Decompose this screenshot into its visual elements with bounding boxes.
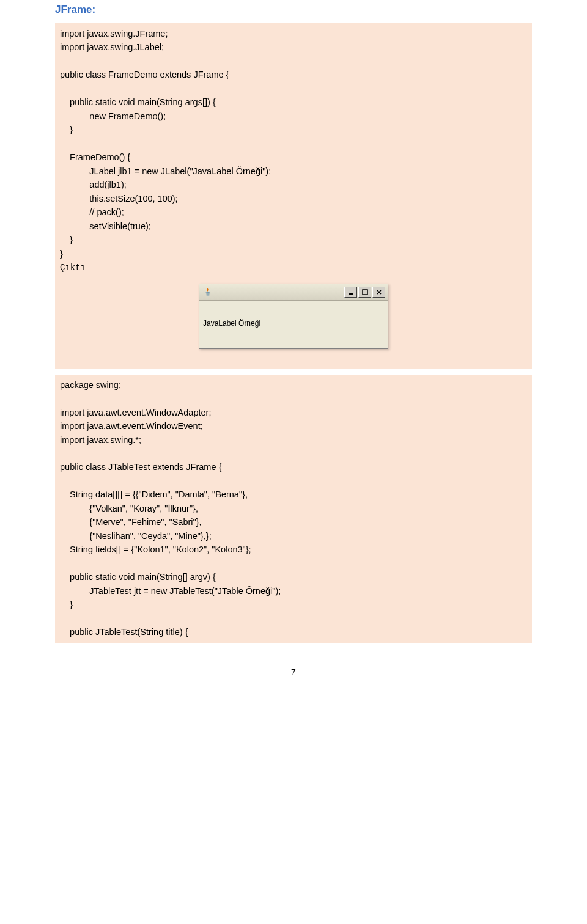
output-label: Çıktı <box>60 260 527 275</box>
code-line: JTableTest jtt = new JTableTest("JTable … <box>60 584 527 598</box>
code-line: setVisible(true); <box>60 219 527 233</box>
page-number: 7 <box>55 649 532 677</box>
window-body: JavaLabel Örneği <box>199 301 388 348</box>
code-line: public static void main(String[] argv) { <box>60 570 527 584</box>
jlabel-text: JavaLabel Örneği <box>203 319 260 328</box>
code-line: public class FrameDemo extends JFrame { <box>60 68 527 81</box>
code-line: public static void main(String args[]) { <box>60 95 527 109</box>
code-line: } <box>60 247 527 260</box>
code-line: add(jlb1); <box>60 178 527 191</box>
close-button[interactable] <box>372 287 385 298</box>
code-line <box>60 557 527 570</box>
maximize-button[interactable] <box>358 287 371 298</box>
code-line: String data[][] = {{"Didem", "Damla", "B… <box>60 488 527 501</box>
java-icon <box>203 287 213 297</box>
code-line: String fields[] = {"Kolon1", "Kolon2", "… <box>60 543 527 556</box>
code-line: new FrameDemo(); <box>60 109 527 123</box>
code-line: public JTableTest(String title) { <box>60 625 527 639</box>
code-line <box>60 82 527 95</box>
code-block-1: import javax.swing.JFrame;import javax.s… <box>55 23 532 369</box>
code-line: JLabel jlb1 = new JLabel("JavaLabel Örne… <box>60 164 527 178</box>
code-lines: package swing; import java.awt.event.Win… <box>60 378 527 639</box>
code-line: import javax.swing.*; <box>60 433 527 447</box>
minimize-button[interactable] <box>344 287 357 298</box>
code-line: } <box>60 123 527 136</box>
code-line: package swing; <box>60 378 527 392</box>
code-line: // pack(); <box>60 205 527 219</box>
code-line <box>60 392 527 405</box>
svg-rect-0 <box>349 293 353 295</box>
code-line <box>60 54 527 68</box>
code-line: import javax.swing.JLabel; <box>60 40 527 54</box>
window-titlebar <box>199 284 388 301</box>
section-heading: JFrame: <box>55 0 532 16</box>
code-lines: import javax.swing.JFrame;import javax.s… <box>60 27 527 260</box>
code-line: {"Volkan", "Koray", "İlknur"}, <box>60 502 527 515</box>
code-line <box>60 612 527 625</box>
code-line: import javax.swing.JFrame; <box>60 27 527 40</box>
code-block-2: package swing; import java.awt.event.Win… <box>55 375 532 643</box>
code-line <box>60 447 527 460</box>
code-line: import java.awt.event.WindowEvent; <box>60 419 527 433</box>
output-screenshot: JavaLabel Örneği <box>60 275 527 365</box>
code-line: FrameDemo() { <box>60 150 527 164</box>
code-line: {"Merve", "Fehime", "Sabri"}, <box>60 515 527 529</box>
code-line <box>60 137 527 150</box>
code-line: this.setSize(100, 100); <box>60 192 527 205</box>
code-line: public class JTableTest extends JFrame { <box>60 460 527 474</box>
code-line <box>60 474 527 488</box>
code-line: {"Neslihan", "Ceyda", "Mine"},}; <box>60 529 527 543</box>
code-line: } <box>60 233 527 246</box>
svg-rect-1 <box>363 290 367 295</box>
java-window: JavaLabel Örneği <box>199 284 388 349</box>
code-line: } <box>60 598 527 611</box>
code-line: import java.awt.event.WindowAdapter; <box>60 406 527 419</box>
